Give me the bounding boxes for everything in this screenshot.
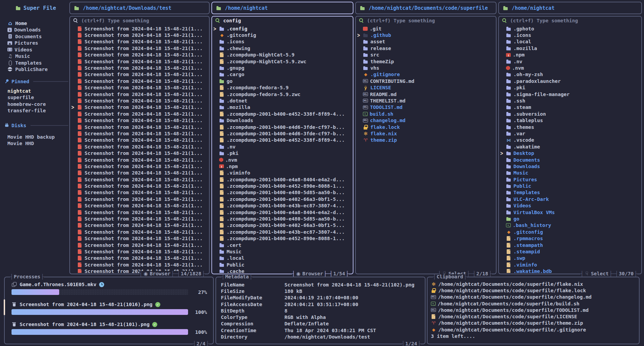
file-row[interactable]: Screenshot from 2024-04-18 15-48-21(1... bbox=[70, 196, 209, 202]
sidebar-item-publicshare[interactable]: PublicShare bbox=[3, 66, 68, 73]
file-row[interactable]: ⋈.vscode bbox=[499, 137, 641, 143]
file-row[interactable]: .oh-my-zsh bbox=[499, 71, 641, 78]
file-row[interactable]: .icons bbox=[212, 39, 353, 45]
file-row[interactable]: ÿLICENSE bbox=[356, 85, 496, 91]
pinned-item-superfile[interactable]: superfile bbox=[3, 94, 68, 101]
file-row[interactable]: Screenshot from 2024-04-18 15-48-21(1... bbox=[70, 32, 209, 38]
file-row[interactable]: ◆.gitconfig bbox=[499, 229, 641, 235]
search-input[interactable]: (ctrl+f) Type something bbox=[367, 18, 435, 23]
file-row[interactable]: .zcompdump-2001-b400-e402-66a3-0bf1-5... bbox=[212, 222, 353, 229]
file-row[interactable]: >Desktop bbox=[499, 150, 641, 156]
file-row[interactable]: themeZip bbox=[356, 58, 496, 65]
file-row[interactable]: Screenshot from 2024-04-18 15-48-21(1... bbox=[70, 248, 209, 255]
file-row[interactable]: .subversion bbox=[499, 111, 641, 117]
file-row[interactable]: .local bbox=[212, 255, 353, 261]
file-row[interactable]: .nv bbox=[212, 143, 353, 150]
file-row[interactable]: Screenshot from 2024-04-18 15-48-21(1... bbox=[70, 58, 209, 65]
file-row[interactable]: .var bbox=[499, 130, 641, 137]
file-row[interactable]: ◆.gitignore bbox=[356, 71, 496, 78]
sidebar-item-home[interactable]: ⌂Home bbox=[3, 20, 68, 27]
file-row[interactable]: Screenshot from 2024-04-18 15-48-21(1... bbox=[70, 130, 209, 137]
file-row[interactable]: >.config bbox=[212, 25, 353, 32]
file-row[interactable]: Screenshot from 2024-04-18 15-48-21(1... bbox=[70, 170, 209, 176]
file-row[interactable]: src bbox=[356, 52, 496, 58]
file-row[interactable]: .zcompdump-2001-b400-e43b-ec87-3807-4... bbox=[212, 203, 353, 209]
file-row[interactable]: Screenshot from 2024-04-18 15-48-21(1... bbox=[70, 39, 209, 45]
sidebar-item-documents[interactable]: Documents bbox=[3, 33, 68, 40]
file-row[interactable]: .zcompdump-2001-b400-e4a8-8404-e4a2-d... bbox=[212, 176, 353, 183]
file-row[interactable]: flake.lock bbox=[356, 124, 496, 130]
file-row[interactable]: Screenshot from 2024-04-18 15-48-21(1... bbox=[70, 203, 209, 209]
file-row[interactable]: .zcompdump-NightCat-5.9.zwc bbox=[212, 58, 353, 65]
file-row[interactable]: .zcompdump-2001-b400-e4d6-3fde-cf97-b... bbox=[212, 130, 353, 137]
file-row[interactable]: M↓TODOLIST.md bbox=[356, 104, 496, 111]
file-row[interactable]: .chewing bbox=[212, 45, 353, 51]
file-row[interactable]: .zcompdump-2001-b400-e480-5d85-aa50-b... bbox=[212, 189, 353, 196]
file-row[interactable]: Public bbox=[212, 261, 353, 268]
file-row[interactable]: .viminfo bbox=[499, 261, 641, 268]
file-row[interactable]: Screenshot from 2024-04-18 15-48-21(1... bbox=[70, 85, 209, 91]
file-row[interactable]: Screenshot from 2024-04-18 15-48-21(1... bbox=[70, 255, 209, 261]
file-row[interactable]: .steampath bbox=[499, 242, 641, 248]
sidebar-item-music[interactable]: ♫Music bbox=[3, 53, 68, 60]
file-row[interactable]: Screenshot from 2024-04-18 15-48-21(1... bbox=[70, 65, 209, 71]
file-row[interactable]: .zcompdump-2001-b400-e452-890e-8088-1... bbox=[212, 235, 353, 242]
panel-path-header[interactable]: /home/nightcat/Downloads/test bbox=[69, 2, 210, 14]
file-row[interactable]: .ssh bbox=[499, 97, 641, 104]
sidebar-item-pictures[interactable]: Pictures bbox=[3, 40, 68, 47]
file-row[interactable]: >Screenshot from 2024-04-18 15-48-21(1..… bbox=[70, 104, 209, 111]
file-row[interactable]: asset bbox=[356, 39, 496, 45]
panel-path-header[interactable]: /home/nightcat bbox=[211, 2, 353, 14]
pinned-item-transfer-file[interactable]: transfer-file bbox=[3, 108, 68, 114]
file-row[interactable]: .mozilla bbox=[499, 45, 641, 51]
file-row[interactable]: Screenshot from 2024-04-18 15-48-21(1... bbox=[70, 157, 209, 163]
file-row[interactable]: Screenshot from 2024-04-18 15-48-21(1... bbox=[70, 209, 209, 215]
file-row[interactable]: .zcompdump-2001-b400-e402-66a3-0bf1-5... bbox=[212, 196, 353, 202]
file-row[interactable]: go bbox=[212, 78, 353, 84]
file-row[interactable]: ♈theme.zip bbox=[356, 137, 496, 143]
file-row[interactable]: Videos bbox=[499, 203, 641, 209]
file-row[interactable]: .zcompdump-2001-b400-e452-890e-8088-1... bbox=[212, 183, 353, 189]
disk-item[interactable]: Movie HHD backup bbox=[3, 134, 68, 140]
file-row[interactable]: .mozilla bbox=[212, 104, 353, 111]
file-row[interactable]: .nvm bbox=[212, 157, 353, 163]
file-row[interactable]: .steam bbox=[499, 104, 641, 111]
file-row[interactable]: Screenshot from 2024-04-18 15-48-21(1... bbox=[70, 45, 209, 51]
file-row[interactable]: Screenshot from 2024-04-18 15-48-21(1... bbox=[70, 261, 209, 268]
file-row[interactable]: .nv bbox=[499, 58, 641, 65]
sidebar-item-downloads[interactable]: ↓Downloads bbox=[3, 27, 68, 33]
file-row[interactable]: Screenshot from 2024-04-18 15-48-21(1... bbox=[70, 143, 209, 150]
file-row[interactable]: go bbox=[499, 215, 641, 222]
file-row[interactable]: .pki bbox=[499, 85, 641, 91]
file-row[interactable]: Music bbox=[212, 248, 353, 255]
file-row[interactable]: .gnupg bbox=[212, 65, 353, 71]
file-row[interactable]: M↓README.md bbox=[356, 91, 496, 97]
file-row[interactable]: Documents bbox=[499, 157, 641, 163]
sidebar-item-templates[interactable]: Templates bbox=[3, 60, 68, 66]
file-row[interactable]: .swp bbox=[499, 255, 641, 261]
file-row[interactable]: Screenshot from 2024-04-18 15-48-21(1... bbox=[70, 176, 209, 183]
file-row[interactable]: .viminfo bbox=[212, 170, 353, 176]
file-row[interactable]: Screenshot from 2024-04-18 15-48-21(1... bbox=[70, 111, 209, 117]
panel-path-header[interactable]: /home/nightcat bbox=[498, 2, 642, 14]
sidebar-item-videos[interactable]: Videos bbox=[3, 46, 68, 53]
file-row[interactable]: Screenshot from 2024-04-18 15-48-21(1... bbox=[70, 117, 209, 123]
file-row[interactable]: .zcompdump-2001-b400-e452-338f-8f89-4... bbox=[212, 137, 353, 143]
file-row[interactable]: Screenshot from 2024-04-18 15-48-21(1... bbox=[70, 163, 209, 169]
file-row[interactable]: .zcompdump-fedora-5.9.zwc bbox=[212, 91, 353, 97]
search-input[interactable]: config bbox=[223, 18, 241, 23]
file-row[interactable]: Pictures bbox=[499, 176, 641, 183]
disk-item[interactable]: Movie HHD bbox=[3, 140, 68, 147]
file-row[interactable]: Screenshot from 2024-04-18 15-48-21(1... bbox=[70, 235, 209, 242]
pinned-item-nightcat[interactable]: nightcat bbox=[3, 88, 68, 94]
file-row[interactable]: Screenshot from 2024-04-18 15-48-21(1... bbox=[70, 242, 209, 248]
search-input[interactable]: (ctrl+f) Type something bbox=[81, 18, 149, 23]
file-row[interactable]: release bbox=[356, 45, 496, 51]
file-row[interactable]: .zcompdump-2001-b400-e452-338f-8f89-4... bbox=[212, 111, 353, 117]
pinned-item-homebrew-core[interactable]: homebrew-core bbox=[3, 101, 68, 108]
file-row[interactable]: >.github bbox=[356, 32, 496, 38]
file-row[interactable]: .cargo bbox=[212, 71, 353, 78]
file-row[interactable]: .zcompdump-2001-b400-e43b-ec87-3807-4... bbox=[212, 229, 353, 235]
file-row[interactable]: Templates bbox=[499, 189, 641, 196]
file-row[interactable]: Downloads bbox=[212, 117, 353, 123]
